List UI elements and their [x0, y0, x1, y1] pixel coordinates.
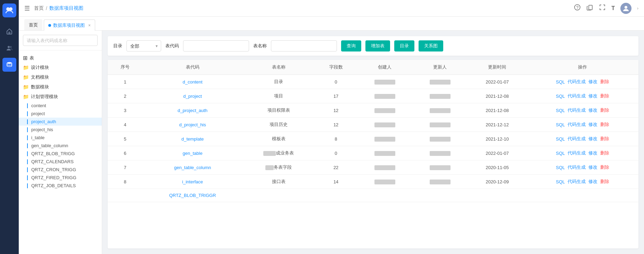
tree-folder-plan[interactable]: 📁 计划管理模块 [19, 92, 102, 102]
action-sql[interactable]: SQL [556, 122, 565, 127]
tree-folder-design[interactable]: 📁 设计模块 [19, 63, 102, 72]
tree-item-project-auth-label: project_auth [31, 119, 56, 124]
tree-item-project-auth[interactable]: project_auth [19, 118, 102, 126]
action-edit[interactable]: 修改 [588, 107, 597, 113]
action-codegen[interactable]: 代码生成 [568, 164, 586, 170]
blurred-prefix [265, 165, 274, 170]
table-code-link[interactable]: i_interface [182, 179, 203, 184]
breadcrumb-home[interactable]: 首页 [34, 5, 44, 11]
table-code-link[interactable]: gen_table_column [174, 165, 211, 170]
action-codegen[interactable]: 代码生成 [568, 79, 586, 85]
cell-seq: 6 [108, 146, 142, 160]
tree-item-content[interactable]: content [19, 102, 102, 110]
cell-code: d_project_his [142, 118, 242, 132]
action-delete[interactable]: 删除 [600, 150, 609, 156]
action-codegen[interactable]: 代码生成 [568, 121, 586, 128]
tree-folder-doc[interactable]: 📁 文档模块 [19, 72, 102, 82]
font-icon[interactable]: T [611, 5, 615, 11]
copy-icon[interactable] [586, 4, 593, 13]
action-edit[interactable]: 修改 [588, 178, 597, 185]
catalog-select[interactable]: 全部 [126, 40, 161, 51]
action-edit[interactable]: 修改 [588, 164, 597, 170]
fullscreen-icon[interactable] [599, 4, 606, 13]
action-delete[interactable]: 删除 [600, 107, 609, 113]
action-sql[interactable]: SQL [556, 79, 565, 85]
table-code-link[interactable]: d_project_his [179, 122, 206, 127]
tab-close-icon[interactable]: × [88, 23, 91, 28]
table-code-link[interactable]: d_project_auth [177, 108, 207, 113]
action-sql[interactable]: SQL [556, 179, 565, 184]
sidebar-item-users[interactable] [2, 41, 16, 55]
table-code-label: 表代码 [165, 43, 179, 49]
action-sql[interactable]: SQL [556, 108, 565, 113]
table-code-link[interactable]: d_template [181, 136, 204, 142]
action-edit[interactable]: 修改 [588, 136, 597, 142]
action-sql[interactable]: SQL [556, 151, 565, 156]
action-delete[interactable]: 删除 [600, 178, 609, 185]
cell-creator [357, 103, 412, 118]
cell-creator [357, 89, 412, 103]
action-codegen[interactable]: 代码生成 [568, 107, 586, 113]
help-icon[interactable]: ? [574, 4, 581, 13]
add-table-button[interactable]: 增加表 [365, 40, 390, 51]
action-sql[interactable]: SQL [556, 94, 565, 99]
search-input[interactable] [23, 35, 98, 46]
topbar-expand-icon[interactable]: › [637, 6, 638, 11]
cell-actions: SQL代码生成修改删除 [527, 160, 638, 175]
tree-item-qrtz-blob[interactable]: QRTZ_BLOB_TRIGG [19, 150, 102, 158]
catalog-button[interactable]: 目录 [394, 40, 414, 51]
relation-button[interactable]: 关系图 [419, 40, 443, 51]
tab-db-project[interactable]: 数据库项目视图 × [44, 19, 95, 31]
updater-blurred [430, 80, 451, 85]
tab-home[interactable]: 首页 [24, 19, 42, 30]
sidebar-item-home[interactable] [2, 24, 16, 38]
table-name-input[interactable] [271, 40, 337, 51]
table-code-link[interactable]: gen_table [183, 151, 203, 156]
action-delete[interactable]: 删除 [600, 121, 609, 128]
cell-name: 项目历史 [242, 118, 314, 132]
tree-item-qrtz-cron[interactable]: QRTZ_CRON_TRIGG [19, 166, 102, 174]
cell-update-time: 2020-12-09 [468, 175, 527, 189]
tree-item-gen-table-column[interactable]: gen_table_column [19, 142, 102, 150]
action-delete[interactable]: 删除 [600, 164, 609, 170]
action-edit[interactable]: 修改 [588, 79, 597, 85]
action-edit[interactable]: 修改 [588, 121, 597, 128]
action-codegen[interactable]: 代码生成 [568, 136, 586, 142]
content-area: ⊞ 表 📁 设计模块 📁 文档模块 📁 数据模块 [19, 31, 644, 254]
action-codegen[interactable]: 代码生成 [568, 150, 586, 156]
data-table: 序号 表代码 表名称 字段数 创建人 更新人 更新时间 操作 1d_c [108, 60, 638, 202]
action-sql[interactable]: SQL [556, 136, 565, 142]
table-row: 7gen_table_column务表字段222020-11-05SQL代码生成… [108, 160, 638, 175]
action-codegen[interactable]: 代码生成 [568, 178, 586, 185]
tree-item-gen-table-column-label: gen_table_column [31, 143, 68, 148]
tree-item-qrtz-job[interactable]: QRTZ_JOB_DETAILS [19, 182, 102, 190]
cell-fields: 8 [315, 132, 357, 146]
action-edit[interactable]: 修改 [588, 150, 597, 156]
sidebar-item-database[interactable] [2, 58, 16, 72]
menu-icon[interactable]: ☰ [24, 5, 30, 12]
table-row: 1d_content目录02022-01-07SQL代码生成修改删除 [108, 75, 638, 89]
action-delete[interactable]: 删除 [600, 136, 609, 142]
action-codegen[interactable]: 代码生成 [568, 93, 586, 99]
table-code-link[interactable]: d_content [183, 79, 203, 85]
cell-creator [357, 132, 412, 146]
cell-creator [357, 160, 412, 175]
action-delete[interactable]: 删除 [600, 79, 609, 85]
query-button[interactable]: 查询 [341, 40, 361, 51]
tree-item-project[interactable]: project [19, 110, 102, 118]
tree-folder-data[interactable]: 📁 数据模块 [19, 82, 102, 92]
user-avatar[interactable] [620, 3, 631, 14]
action-edit[interactable]: 修改 [588, 93, 597, 99]
tree-item-qrtz-fired[interactable]: QRTZ_FIRED_TRIGG [19, 174, 102, 182]
svg-rect-2 [8, 32, 10, 34]
table-scroll-area[interactable]: 序号 表代码 表名称 字段数 创建人 更新人 更新时间 操作 1d_c [108, 60, 638, 248]
tree-item-project-his[interactable]: project_his [19, 126, 102, 134]
svg-text:?: ? [576, 5, 579, 10]
action-delete[interactable]: 删除 [600, 93, 609, 99]
action-sql[interactable]: SQL [556, 165, 565, 170]
tree-item-i-table[interactable]: i_table [19, 134, 102, 142]
partial-code-link[interactable]: QRTZ_BLOB_TRIGGR [169, 193, 216, 198]
tree-item-qrtz-calendars[interactable]: QRTZ_CALENDARS [19, 158, 102, 166]
table-code-link[interactable]: d_project [183, 94, 202, 99]
table-code-input[interactable] [183, 40, 249, 51]
